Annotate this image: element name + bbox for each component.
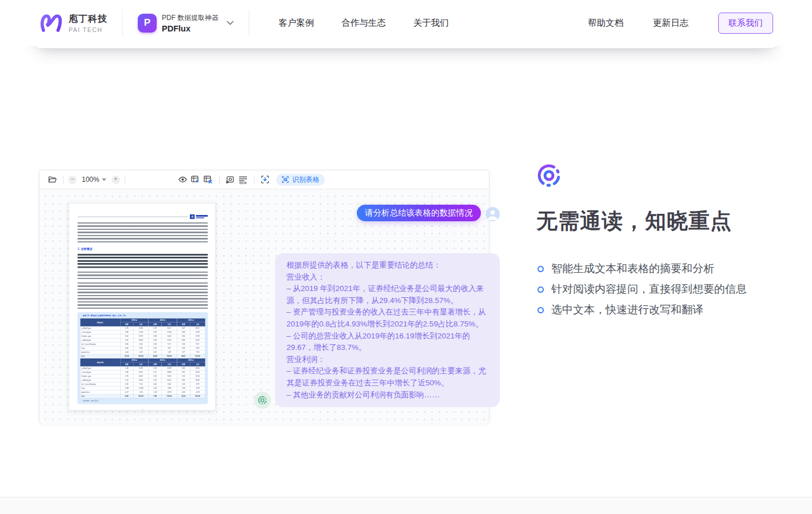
extract-download-icon[interactable] <box>259 173 272 186</box>
chevron-down-icon[interactable] <box>226 21 234 26</box>
header-divider <box>249 10 249 36</box>
doc-page-number: 10 <box>78 409 208 411</box>
feature-bullet-list: 智能生成文本和表格的摘要和分析针对阅读内容提问，直接得到想要的信息选中文本，快速… <box>538 258 747 320</box>
nav-item-2[interactable]: 关于我们 <box>413 17 449 29</box>
feature-scan-icon <box>535 162 563 189</box>
contact-us-button[interactable]: 联系我们 <box>718 13 773 34</box>
header-link-1[interactable]: 更新日志 <box>653 17 688 29</box>
pdf-canvas: 1. 业务情况 图表 19：营业收入及营业利润构成（单位：亿元，%） 营业收入2… <box>39 189 489 424</box>
document-header <box>78 214 208 220</box>
header-link-0[interactable]: 帮助文档 <box>588 17 623 29</box>
feature-bullet-2: 选中文本，快速进行改写和翻译 <box>538 300 747 320</box>
delete-table-icon[interactable] <box>202 173 214 186</box>
select-table-icon[interactable] <box>189 173 202 186</box>
document-publisher-logo <box>190 214 208 220</box>
doc-table-caption: 图表 19：营业收入及营业利润构成（单位：亿元，%） <box>80 314 205 317</box>
brand-name: 庖丁科技 <box>69 13 108 25</box>
top-navigation-bar: 庖丁科技 PAI TECH P PDF 数据提取神器 PDFlux 客户案例合作… <box>0 0 812 46</box>
recognize-table-button[interactable]: 识别表格 <box>276 174 325 186</box>
feature-title: 无需通读，知晓重点 <box>536 207 732 236</box>
product-name: PDFlux <box>162 24 218 33</box>
brand-text: 庖丁科技 PAI TECH <box>69 13 108 33</box>
product-tagline: PDF 数据提取神器 <box>162 13 218 23</box>
toolbar-divider <box>125 176 125 184</box>
product-text: PDF 数据提取神器 PDFlux <box>162 13 218 33</box>
pdf-document-page: 1. 业务情况 图表 19：营业收入及营业利润构成（单位：亿元，%） 营业收入2… <box>69 203 216 411</box>
toolbar-divider <box>254 176 254 184</box>
ai-bot-icon <box>254 392 271 409</box>
snapshot-icon[interactable] <box>224 173 237 186</box>
doc-paragraph <box>78 272 208 280</box>
user-avatar <box>485 207 500 221</box>
footer-strip <box>0 497 812 514</box>
document-rule <box>78 217 188 217</box>
detected-table-highlight[interactable]: 图表 19：营业收入及营业利润构成（单位：亿元，%） 营业收入2019 年202… <box>78 312 208 404</box>
recognize-table-label: 识别表格 <box>292 175 320 185</box>
nav-list: 客户案例合作与生态关于我们 <box>278 17 476 29</box>
product-switcher[interactable]: P PDF 数据提取神器 PDFlux <box>138 13 234 33</box>
brand-logo[interactable]: 庖丁科技 PAI TECH <box>38 11 108 35</box>
open-file-icon[interactable] <box>46 173 58 186</box>
chat-answer-bubble: 根据所提供的表格，以下是重要结论的总结： 营业收入： – 从2019 年到202… <box>275 253 500 407</box>
document-content: 1. 业务情况 图表 19：营业收入及营业利润构成（单位：亿元，%） 营业收入2… <box>69 204 216 411</box>
header-divider <box>122 10 123 36</box>
nav-item-1[interactable]: 合作与生态 <box>341 17 386 29</box>
doc-paragraph <box>78 222 208 243</box>
doc-paragraph <box>78 282 208 309</box>
chat-question-bubble: 请分析总结该表格的数据情况 <box>357 205 481 221</box>
doc-source-note: 资料来源：国信证券 <box>80 400 205 402</box>
nav-item-0[interactable]: 客户案例 <box>278 17 314 29</box>
pdf-viewer-toolbar: − 100% + OCR <box>39 170 489 189</box>
zoom-in-button[interactable]: + <box>112 176 120 184</box>
zoom-out-button[interactable]: − <box>68 176 77 184</box>
zoom-dropdown-caret-icon[interactable] <box>102 178 106 181</box>
paitech-logo-icon <box>38 11 64 35</box>
ocr-icon[interactable]: OCR <box>237 173 249 186</box>
doc-paragraph-bold <box>78 254 208 268</box>
header-links: 帮助文档更新日志 <box>588 17 718 29</box>
pdflux-app-icon: P <box>138 14 157 33</box>
doc-section-heading: 1. 业务情况 <box>78 247 208 250</box>
ocr-icon-label: OCR <box>239 181 246 185</box>
feature-bullet-1: 针对阅读内容提问，直接得到想要的信息 <box>538 279 747 300</box>
toolbar-divider <box>63 176 63 184</box>
feature-bullet-0: 智能生成文本和表格的摘要和分析 <box>538 258 747 279</box>
zoom-level: 100% <box>82 176 99 184</box>
brand-subtitle: PAI TECH <box>69 26 108 33</box>
pdf-viewer-demo: − 100% + OCR <box>39 170 489 424</box>
preview-eye-icon[interactable] <box>177 173 189 186</box>
header-right: 帮助文档更新日志 联系我们 <box>588 13 773 34</box>
toolbar-divider <box>219 176 220 184</box>
doc-mini-table: 营业收入2019 年2020 年2021 年金额占比金额占比金额占比证券经纪业务… <box>80 318 205 399</box>
